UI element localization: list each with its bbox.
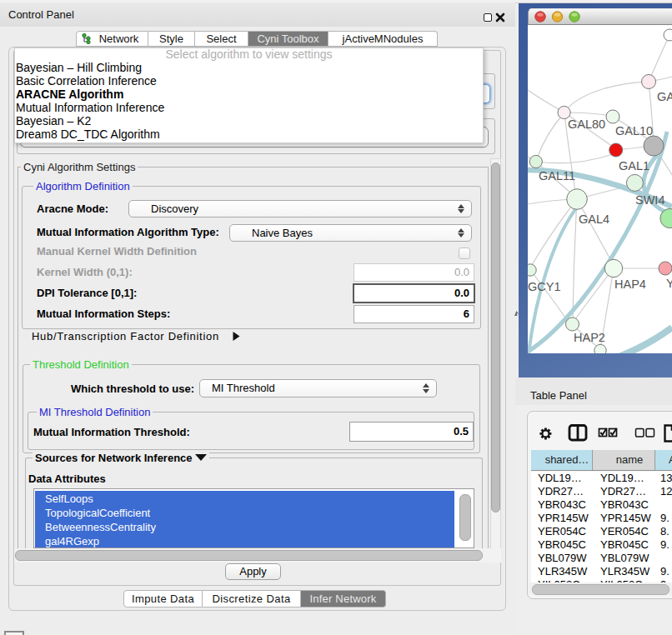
svg-text:GAL10: GAL10 <box>615 124 653 138</box>
svg-text:GAL80: GAL80 <box>568 118 605 131</box>
svg-text:GAL11: GAL11 <box>539 169 575 182</box>
svg-text:GCY1: GCY1 <box>528 280 561 293</box>
svg-text:Y: Y <box>666 277 672 290</box>
svg-text:HAP2: HAP2 <box>574 331 605 344</box>
svg-text:HAP4: HAP4 <box>614 278 646 291</box>
svg-text:SWI4: SWI4 <box>635 193 664 207</box>
svg-text:GAL: GAL <box>657 90 672 103</box>
svg-text:GAL1: GAL1 <box>619 159 649 172</box>
svg-text:GAL4: GAL4 <box>579 212 609 226</box>
